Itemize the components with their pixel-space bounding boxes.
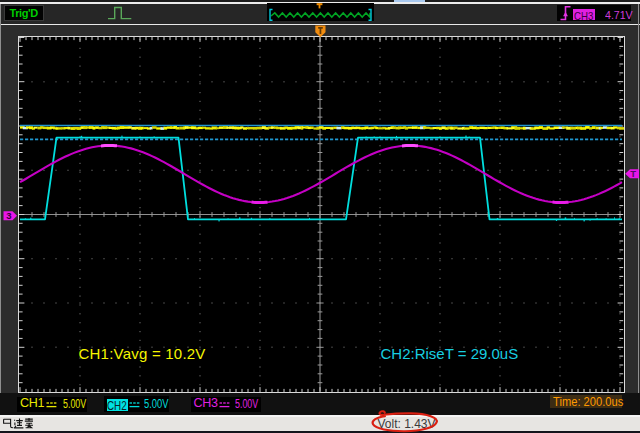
svg-text:3: 3 [6,210,11,221]
svg-text:T: T [630,168,636,179]
